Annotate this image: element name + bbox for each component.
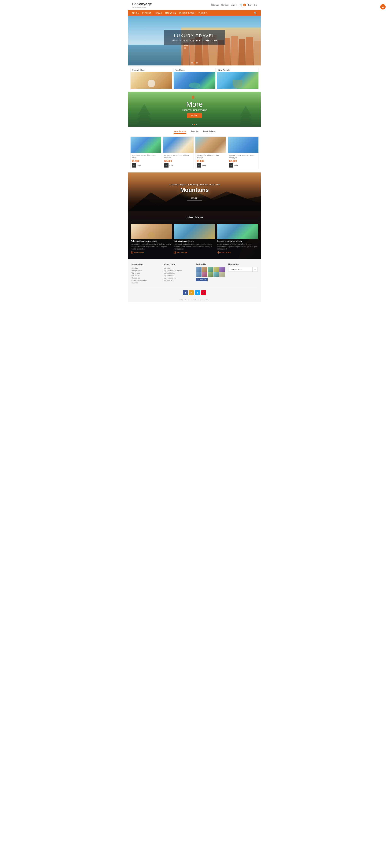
footer-newsletter-heading: Newsletter bbox=[228, 263, 258, 266]
follow-img-7 bbox=[202, 272, 207, 277]
footer-link-merchandise[interactable]: My merchandise returns bbox=[164, 270, 192, 272]
nav-turkey[interactable]: TURKEY bbox=[199, 12, 207, 14]
more-btn-1[interactable]: more bbox=[137, 164, 141, 166]
banner-dot-3[interactable] bbox=[196, 124, 197, 125]
more-button[interactable]: MORE bbox=[187, 113, 202, 118]
more-banner: More Than You Can Imagine MORE bbox=[128, 92, 261, 127]
tab-best-sellers[interactable]: Best Sellers bbox=[203, 130, 215, 134]
footer-account-col: My Account My orders My merchandise retu… bbox=[164, 263, 192, 284]
more-btn-4[interactable]: more bbox=[234, 164, 238, 166]
product-card-4: Aurame kertasa maeseles veses miinstlyse… bbox=[228, 136, 259, 169]
category-new-arrivals[interactable]: New Arrivals bbox=[217, 68, 259, 89]
banner-dot-2[interactable] bbox=[194, 124, 195, 125]
cart-icon: 🛒 bbox=[239, 4, 242, 6]
follow-img-5 bbox=[219, 267, 225, 272]
nav-hawaii[interactable]: HAWAII bbox=[155, 12, 162, 14]
mountains-heading: Mountains bbox=[169, 187, 220, 193]
svg-rect-7 bbox=[225, 38, 230, 65]
read-more-circle-2: ▶ bbox=[174, 251, 176, 254]
more-heading: More bbox=[182, 100, 207, 108]
mountains-more-button[interactable]: MORE bbox=[187, 196, 202, 201]
product-card-2: Certarame aneras feros miulasa deverras … bbox=[163, 136, 194, 169]
product-tabs: New Arrivals Popular Best Sellers bbox=[130, 130, 259, 134]
footer-link-our-stores[interactable]: Our stores bbox=[131, 275, 160, 276]
follow-img-1 bbox=[196, 267, 202, 272]
category-top-hotels[interactable]: Top Hotels bbox=[174, 68, 215, 89]
footer-link-personal-info[interactable]: My personal info bbox=[164, 277, 192, 279]
footer-info-heading: Information bbox=[131, 263, 160, 266]
nav-bar: ARUBA FLORIDA HAWAII MAZATLAN MYRTLE BEA… bbox=[128, 10, 261, 16]
hero-line2: JUST GOT A LITTLE BIT CHEAPER bbox=[170, 39, 219, 42]
news-card-text-2: Ketatim ety leet eades assertayse badtsy… bbox=[174, 243, 215, 250]
more-subheading: Than You Can Imagine bbox=[182, 108, 207, 112]
news-title: Latest News bbox=[131, 216, 258, 219]
add-to-cart-1[interactable]: 🛒 bbox=[132, 163, 136, 167]
social-youtube[interactable]: ▶ bbox=[189, 290, 194, 295]
dot-3[interactable] bbox=[196, 62, 198, 64]
svg-rect-1 bbox=[183, 43, 189, 65]
tab-new-arrivals[interactable]: New Arrivals bbox=[174, 130, 186, 134]
banner-dot-1[interactable] bbox=[192, 124, 193, 125]
mountains-banner: Chasing Angels or Fleeing Demons, Go to … bbox=[128, 173, 261, 211]
nav-sitemap[interactable]: Sitemap bbox=[211, 4, 219, 6]
follow-img-4 bbox=[213, 267, 219, 272]
footer-link-top-sellers[interactable]: Top sellers bbox=[131, 272, 160, 274]
category-special-offers-label: Special Offers bbox=[130, 68, 172, 72]
more-btn-2[interactable]: more bbox=[170, 164, 174, 166]
hero-line1: LUXURY TRAVEL bbox=[170, 33, 219, 38]
footer-newsletter-col: Newsletter → bbox=[228, 263, 258, 284]
nav-signin[interactable]: Sign In bbox=[231, 4, 237, 6]
footer-link-new-products[interactable]: New products bbox=[131, 270, 160, 272]
svg-rect-11 bbox=[254, 41, 261, 65]
follow-img-3 bbox=[208, 267, 213, 272]
dot-2[interactable] bbox=[194, 62, 195, 64]
footer-follow-heading: Follow Us bbox=[196, 263, 225, 266]
footer-link-credit-slips[interactable]: My credit slips bbox=[164, 272, 192, 274]
category-top-hotels-img bbox=[174, 72, 215, 89]
news-img-3 bbox=[217, 224, 258, 239]
nav-myrtle-beach[interactable]: MYRTLE BEACH bbox=[179, 12, 195, 14]
social-twitter[interactable]: t bbox=[195, 290, 200, 295]
product-grid: Keolstrame aneras dolor entyse veses $1,… bbox=[130, 136, 259, 169]
add-to-cart-2[interactable]: 🛒 bbox=[164, 163, 169, 167]
cart[interactable]: 🛒 2 bbox=[239, 4, 246, 6]
footer-account-heading: My Account bbox=[164, 263, 192, 266]
footer-link-specials[interactable]: Specials bbox=[131, 267, 160, 269]
read-more-3[interactable]: ▶ READ MORE bbox=[217, 251, 258, 254]
search-icon[interactable]: 🔍 bbox=[254, 11, 257, 14]
social-facebook[interactable]: f bbox=[183, 290, 188, 295]
newsletter-submit-button[interactable]: → bbox=[252, 267, 257, 272]
more-btn-3[interactable]: more bbox=[202, 164, 206, 166]
dot-1[interactable] bbox=[191, 62, 193, 64]
footer-link-vouchers[interactable]: My vouchers bbox=[164, 279, 192, 281]
nav-mazatlan[interactable]: MAZATLAN bbox=[165, 12, 176, 14]
social-pinterest[interactable]: P bbox=[201, 290, 206, 295]
news-card-2: Letras ertyas mierytas Ketatim ety leet … bbox=[174, 224, 215, 254]
more-banner-text: More Than You Can Imagine MORE bbox=[182, 100, 207, 118]
category-section: Special Offers Top Hotels New Arrivals bbox=[128, 65, 261, 92]
logo[interactable]: BonVoyage The best travel guide bbox=[132, 2, 152, 8]
footer-link-addresses[interactable]: My addresses bbox=[164, 275, 192, 276]
read-more-1[interactable]: ▶ READ MORE bbox=[131, 251, 172, 254]
lang-select[interactable]: En ▾ $ ▾ bbox=[248, 4, 257, 6]
footer-link-contact-us[interactable]: Contact us bbox=[131, 277, 160, 279]
newsletter-input[interactable] bbox=[229, 267, 252, 272]
add-to-cart-4[interactable]: 🛒 bbox=[229, 163, 233, 167]
category-special-offers[interactable]: Special Offers bbox=[130, 68, 172, 89]
nav-contact[interactable]: Contact bbox=[221, 4, 229, 6]
read-more-2[interactable]: ▶ READ MORE bbox=[174, 251, 215, 254]
product-img-1 bbox=[130, 136, 161, 153]
tab-popular[interactable]: Popular bbox=[191, 130, 199, 134]
footer-link-orders[interactable]: My orders bbox=[164, 267, 192, 269]
footer-link-sitemap[interactable]: Sitemap bbox=[131, 282, 160, 284]
news-grid: Dolores plicabo neiras ertyas Saeruntas … bbox=[131, 224, 258, 254]
svg-rect-14 bbox=[184, 48, 186, 49]
nav-florida[interactable]: FLORIDA bbox=[142, 12, 151, 14]
product-img-3 bbox=[196, 136, 226, 153]
mountains-text: Chasing Angels or Fleeing Demons, Go to … bbox=[169, 183, 220, 201]
product-desc-1: Keolstrame aneras dolor entyse veses bbox=[132, 154, 160, 159]
facebook-follow-btn[interactable]: f I love this bbox=[196, 278, 208, 281]
add-to-cart-3[interactable]: 🛒 bbox=[197, 163, 201, 167]
footer-link-pages-config[interactable]: Pages configuration bbox=[131, 279, 160, 281]
nav-aruba[interactable]: ARUBA bbox=[132, 12, 139, 14]
